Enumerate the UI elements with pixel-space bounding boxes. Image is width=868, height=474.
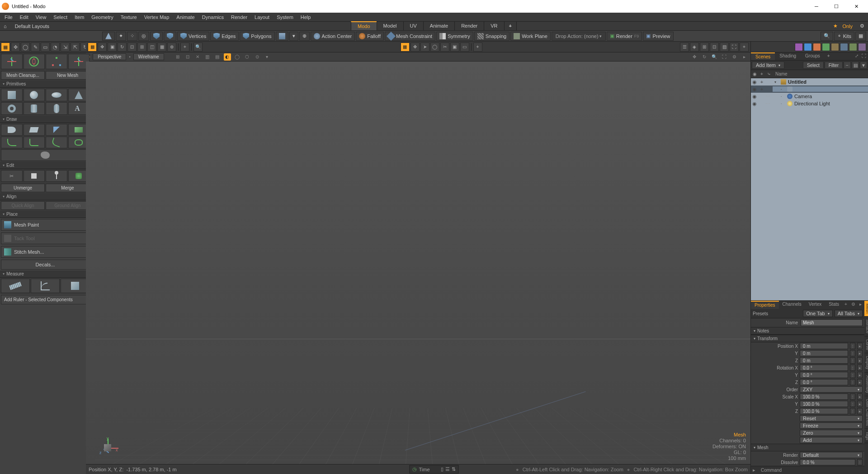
vp-nav-orbit-icon[interactable]: ↻ <box>701 53 708 61</box>
snapping-button[interactable]: Snapping <box>474 32 510 41</box>
prop-add-icon[interactable]: + <box>843 301 849 307</box>
shader-ball-5[interactable] <box>831 43 839 51</box>
position-z-field[interactable]: 0 m <box>800 357 848 364</box>
capsule-primitive-button[interactable] <box>46 102 67 115</box>
vertices-mode-button[interactable]: Vertices <box>177 32 209 41</box>
vp-layers-icon[interactable]: ◈ <box>690 43 699 52</box>
axis-gizmo-icon[interactable]: yxz <box>99 432 122 455</box>
transform-section[interactable]: Transform <box>751 335 864 342</box>
prop-gear-icon[interactable]: ⚙ <box>850 301 856 307</box>
vp-opt-8[interactable]: ⬡ <box>244 53 251 61</box>
render-dropdown[interactable]: Default▾ <box>800 452 863 458</box>
reset-dropdown[interactable]: Reset▾ <box>800 415 863 422</box>
scale-y-field[interactable]: 100.0 % <box>800 401 848 407</box>
menu-help[interactable]: Help <box>297 14 315 21</box>
cube-primitive-button[interactable] <box>1 89 23 101</box>
ground-align-button[interactable]: Ground Align <box>46 201 90 210</box>
tack-tool-button[interactable]: Tack Tool <box>1 232 90 244</box>
rotation-y-field[interactable]: 0.0 ° <box>800 372 848 378</box>
order-dropdown[interactable]: ZXY▾ <box>800 386 863 393</box>
edit-header[interactable]: Edit <box>0 162 90 169</box>
proptab-tags[interactable]: Tags <box>864 429 868 443</box>
vp-opt-6[interactable]: ◐ <box>224 53 231 61</box>
layout-tab-vr[interactable]: VR <box>484 21 504 31</box>
vp-opt-3[interactable]: ✕ <box>194 53 201 61</box>
center-icon[interactable]: ⊕ <box>299 32 310 41</box>
armature-icon[interactable]: ✦ <box>116 32 126 41</box>
shader-ball-3[interactable] <box>813 43 821 51</box>
vp-img-icon[interactable]: ▨ <box>720 43 729 52</box>
tab-properties[interactable]: Properties <box>751 301 779 309</box>
time-control[interactable]: ◷Time ▯☰⇅ <box>409 465 458 474</box>
ellipsoid-primitive-button[interactable] <box>46 89 67 101</box>
close-button[interactable]: ✕ <box>846 0 866 13</box>
menu-geometry[interactable]: Geometry <box>88 14 117 21</box>
vp-grid-icon[interactable]: ⊞ <box>700 43 709 52</box>
curve-tool-3[interactable] <box>46 137 67 148</box>
vp-wire-icon[interactable]: ⊡ <box>710 43 719 52</box>
scene-tree[interactable]: ◉+▾Untitled◉+·◉⋯·Camera◉⋯·Directional Li… <box>751 78 868 300</box>
shader-ball-1[interactable] <box>795 43 803 51</box>
menu-view[interactable]: View <box>32 14 50 21</box>
maximize-tab-icon[interactable]: ⛶ <box>861 52 867 59</box>
quick-align-button[interactable]: Quick Align <box>1 201 45 210</box>
shader-ball-7[interactable] <box>849 43 857 51</box>
eye-column-icon[interactable]: ◉ <box>751 71 758 76</box>
filter-funnel-icon[interactable]: ▼ <box>860 62 867 69</box>
curve-tool-2[interactable] <box>24 137 45 148</box>
cylinder-primitive-button[interactable] <box>24 102 45 115</box>
all-tabs-dropdown[interactable]: All Tabs▾ <box>835 310 863 317</box>
menu-item[interactable]: Item <box>71 14 88 21</box>
tab-vertex[interactable]: Vertex ... <box>805 301 825 309</box>
proptab-surface[interactable]: Surface <box>864 317 868 337</box>
blob-tool[interactable] <box>1 149 90 161</box>
vp-rot-icon[interactable]: ↻ <box>118 43 127 52</box>
layout-tab-model[interactable]: Model <box>377 21 404 31</box>
vp-opt-1[interactable]: ⊞ <box>174 53 181 61</box>
vp-select-icon[interactable]: ▦ <box>88 43 97 52</box>
pos-x-ctrl[interactable]: ⋮ <box>850 343 855 349</box>
rotation-x-field[interactable]: 0.0 ° <box>800 365 848 371</box>
add-ruler-button[interactable]: Add Ruler - Selected Components <box>1 295 90 304</box>
vp-r-cursor-icon[interactable]: ➤ <box>420 43 429 52</box>
list-mode-icon[interactable]: ▤ <box>852 62 859 69</box>
draw-header[interactable]: Draw <box>0 116 90 123</box>
curve-tool-1[interactable] <box>1 137 23 148</box>
vp-r-cam-icon[interactable]: ▣ <box>450 43 459 52</box>
pick-tool-icon[interactable] <box>102 32 115 41</box>
collapse-icon[interactable]: − <box>844 62 851 69</box>
proptab-assembly[interactable]: Assembly <box>864 373 868 396</box>
merge-button[interactable]: Merge <box>46 184 90 192</box>
menu-edit[interactable]: Edit <box>16 14 32 21</box>
polygons-mode-button[interactable]: Polygons <box>240 32 274 41</box>
menu-texture[interactable]: Texture <box>117 14 141 21</box>
proptab-mesh[interactable]: Mesh <box>864 301 868 317</box>
shield-a-icon[interactable] <box>150 32 163 41</box>
unmerge-button[interactable]: Unmerge <box>1 184 45 192</box>
vp-cam-icon[interactable]: ▣ <box>108 43 117 52</box>
vp-r-add-icon[interactable]: + <box>473 43 482 52</box>
tree-row[interactable]: ◉⋯·Camera <box>751 93 868 100</box>
vp-search-icon[interactable]: 🔍 <box>193 43 203 52</box>
position-x-field[interactable]: 0 m <box>800 343 848 349</box>
select-mode-icon[interactable]: ▦ <box>1 43 10 52</box>
filter-button[interactable]: Filter <box>825 62 843 69</box>
layout-tab-modo[interactable]: Modo <box>351 21 377 31</box>
shield-b-icon[interactable] <box>164 32 176 41</box>
menu-system[interactable]: System <box>273 14 297 21</box>
vp-sel6-icon[interactable]: ⊕ <box>167 43 176 52</box>
vp-sel2-icon[interactable]: ⊡ <box>127 43 137 52</box>
vp-opt-5[interactable]: ▤ <box>214 53 221 61</box>
name-field[interactable] <box>801 319 863 326</box>
shader-ball-4[interactable] <box>822 43 830 51</box>
measure-header[interactable]: Measure <box>0 270 90 278</box>
viewport-3d[interactable]: yxz Mesh Channels: 0 Deformers: ON GL: 0… <box>86 62 750 464</box>
drop-action-dropdown[interactable]: Drop Action: (none)▾ <box>552 32 606 41</box>
target-icon[interactable]: ◎ <box>138 32 149 41</box>
move-mode-icon[interactable]: ✥ <box>11 43 20 52</box>
tab-channels[interactable]: Channels <box>779 301 805 309</box>
vp-sel5-icon[interactable]: ▦ <box>157 43 166 52</box>
falloff-button[interactable]: Falloff <box>356 32 384 41</box>
prop-more-icon[interactable]: ▸ <box>857 301 863 307</box>
place-header[interactable]: Place <box>0 211 90 218</box>
